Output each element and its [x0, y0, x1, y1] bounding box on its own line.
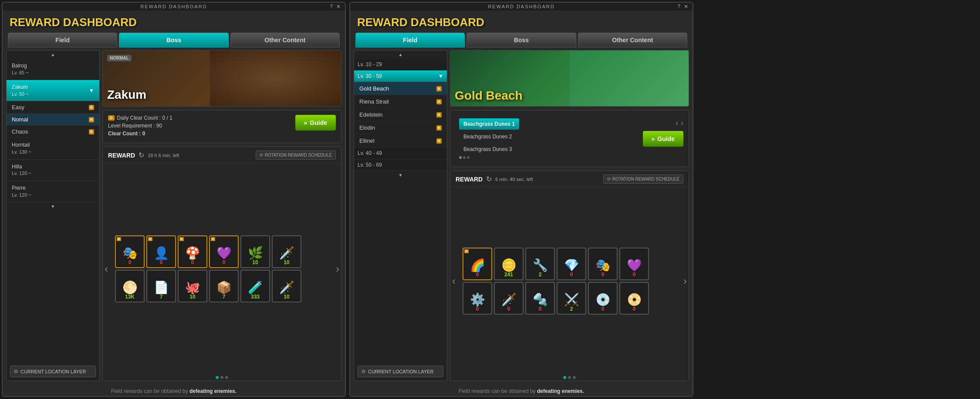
title-bar-text-2: REWARD DASHBOARD	[488, 4, 554, 9]
reward-item-8: 🐙 10	[178, 270, 207, 302]
scroll-up-2[interactable]: ▲	[354, 50, 447, 59]
title-bar-2: REWARD DASHBOARD ? ✕	[350, 3, 693, 10]
title-bar-controls-2: ? ✕	[677, 3, 689, 10]
rotation-btn-1[interactable]: ⟳ ROTATION REWARD SCHEDULE	[256, 151, 336, 160]
chaos-badge: R	[89, 129, 95, 134]
guide-button-2[interactable]: » Guide	[643, 131, 683, 147]
content-area-2: ▲ Lv. 10 - 29 Lv. 30 - 59 ▼ Gold Beach R…	[350, 50, 693, 385]
field-item-edelstein[interactable]: Edelstein R	[354, 108, 447, 121]
reward-next-1[interactable]: ›	[334, 263, 341, 275]
reward2-item-5: 💜 0	[619, 248, 649, 280]
title-bar-text-1: REWARD DASHBOARD	[140, 4, 207, 9]
reward2-item-3: 💎 0	[557, 248, 586, 280]
clear-count-row: Clear Count : 0	[108, 131, 172, 137]
tab-boss-2[interactable]: Boss	[466, 33, 576, 47]
tab-field-1[interactable]: Field	[8, 33, 117, 47]
boss-item-pierre[interactable]: Pierre Lv. 120 ~	[7, 181, 99, 202]
boss-item-balrog[interactable]: Balrog Lv. 65 ~	[7, 59, 99, 80]
level-group-40-49[interactable]: Lv. 40 - 49	[354, 148, 447, 159]
boss-banner-1: NORMAL Zakum	[103, 50, 341, 106]
tab-field-2[interactable]: Field	[355, 33, 465, 47]
reward-item-9: 📦 7	[209, 270, 239, 302]
reward2-item-6: ⚙️ 0	[463, 282, 492, 315]
footer-2: Field rewards can be obtained by defeati…	[350, 385, 693, 396]
dashboard-title-2: REWARD DASHBOARD	[350, 10, 693, 33]
subarea-next-2[interactable]: ›	[681, 118, 683, 127]
help-icon-2[interactable]: ?	[677, 3, 681, 10]
reward2-item-1: 🪙 241	[494, 248, 524, 280]
guide-arrow-icon-2: »	[652, 135, 655, 142]
reward-item-1: R 👤 0	[146, 235, 176, 268]
tab-boss-1[interactable]: Boss	[119, 33, 228, 47]
difficulty-chaos[interactable]: Chaos R	[7, 126, 99, 138]
reward-next-2[interactable]: ›	[682, 275, 689, 287]
boss-item-horntail[interactable]: Horntail Lv. 130 ~	[7, 138, 99, 159]
close-icon-2[interactable]: ✕	[684, 3, 689, 10]
reward-prev-2[interactable]: ‹	[450, 275, 457, 287]
guide-button-1[interactable]: » Guide	[295, 115, 336, 131]
refresh-icon-2: ↻	[486, 175, 492, 183]
reward2-item-8: 🔩 0	[525, 282, 555, 315]
field-right-info-2: Beachgrass Dunes 1 Beachgrass Dunes 2 Be…	[456, 115, 683, 162]
title-bar-1: REWARD DASHBOARD ? ✕	[3, 3, 345, 10]
reward2-item-11: 📀 0	[619, 282, 649, 315]
reward-nav-1: ‹ R 🎭 0 R 👤 0 R	[103, 164, 341, 374]
reward-title-1: REWARD	[108, 152, 135, 159]
tabs-2: Field Boss Other Content	[350, 33, 693, 47]
reward-item-4: 🌿 10	[240, 235, 270, 268]
edelstein-badge: R	[436, 112, 442, 117]
tab-other-2[interactable]: Other Content	[578, 33, 687, 47]
difficulty-normal[interactable]: Nomal R	[7, 114, 99, 126]
reward-dots-1	[103, 374, 341, 381]
close-icon-1[interactable]: ✕	[336, 3, 341, 10]
easy-badge: R	[89, 105, 95, 110]
refresh-icon-1: ↻	[139, 151, 144, 159]
reward-timer-2: 6 min. 40 sec. left	[495, 177, 533, 182]
scroll-down-1[interactable]: ▼	[7, 202, 99, 211]
boss-name-1: Zakum	[107, 88, 146, 102]
field-item-goldbeach[interactable]: Gold Beach R	[354, 82, 447, 95]
reward-item-3: R 💜 0	[209, 235, 239, 268]
reward2-item-10: 💿 0	[588, 282, 618, 315]
reward-header-1: REWARD ↻ 18 h 6 min. left ⟳ ROTATION REW…	[103, 147, 341, 164]
normal-badge: R	[89, 117, 95, 122]
level-group-30-59[interactable]: Lv. 30 - 59 ▼	[354, 70, 447, 82]
field-item-elodin[interactable]: Elodin R	[354, 121, 447, 134]
reward2-item-7: 🗡️ 0	[494, 282, 524, 315]
sub-area-1[interactable]: Beachgrass Dunes 1	[459, 118, 519, 130]
field-item-ellinel[interactable]: Ellinel R	[354, 134, 447, 148]
tab-other-1[interactable]: Other Content	[230, 33, 340, 47]
boss-item-zakum[interactable]: Zakum Lv. 50 ~ ▼	[7, 80, 99, 101]
scroll-up-1[interactable]: ▲	[7, 50, 99, 59]
current-location-btn-2[interactable]: ⊙ CURRENT LOCATION LAYER	[358, 365, 443, 377]
reward-item-2: R 🍄 0	[178, 235, 207, 268]
sub-area-2[interactable]: Beachgrass Dunes 2	[459, 131, 519, 142]
difficulty-easy[interactable]: Easy R	[7, 101, 99, 114]
level-group-10-29[interactable]: Lv. 10 - 29	[354, 59, 447, 70]
field-item-riena[interactable]: Riena Strait R	[354, 95, 447, 108]
rotation-btn-2[interactable]: ⟳ ROTATION REWARD SCHEDULE	[603, 174, 683, 184]
location-icon-1: ⊙	[14, 369, 18, 374]
riena-badge: R	[436, 99, 442, 104]
reward-timer-1: 18 h 6 min. left	[148, 153, 179, 158]
left-panel-1: ▲ Balrog Lv. 65 ~ Zakum Lv. 50 ~ ▼ Easy …	[6, 50, 100, 381]
level-group-50-69[interactable]: Lv. 50 - 69	[354, 159, 447, 171]
reward-item-6: 🌕 13K	[115, 270, 145, 302]
reward-prev-1[interactable]: ‹	[103, 263, 110, 275]
reward-header-2: REWARD ↻ 6 min. 40 sec. left ⟳ ROTATION …	[450, 171, 689, 188]
scroll-down-2[interactable]: ▼	[354, 171, 447, 179]
sub-area-list-2: Beachgrass Dunes 1 Beachgrass Dunes 2 Be…	[456, 115, 523, 162]
boss-item-hilla[interactable]: Hilla Lv. 120 ~	[7, 160, 99, 181]
help-icon-1[interactable]: ?	[330, 3, 334, 10]
field-list-2: ▲ Lv. 10 - 29 Lv. 30 - 59 ▼ Gold Beach R…	[354, 50, 447, 381]
sub-area-3[interactable]: Beachgrass Dunes 3	[459, 144, 519, 155]
dashboard-panel-1: REWARD DASHBOARD ? ✕ REWARD DASHBOARD Fi…	[2, 2, 346, 397]
subarea-prev-2[interactable]: ‹	[676, 118, 678, 127]
boss-info-header-1: D Daily Clear Count : 0 / 1 Level Requir…	[108, 115, 336, 138]
boss-info-1: D Daily Clear Count : 0 / 1 Level Requir…	[102, 110, 341, 143]
current-location-btn-1[interactable]: ⊙ CURRENT LOCATION LAYER	[10, 365, 96, 377]
field-header-2: Gold Beach	[450, 50, 689, 107]
location-icon-2: ⊙	[362, 369, 365, 374]
reward-grid-2: R 🌈 0 🪙 241 🔧 2 💎	[457, 244, 682, 318]
reward-grid-1: R 🎭 0 R 👤 0 R 🍄 0	[110, 232, 334, 306]
